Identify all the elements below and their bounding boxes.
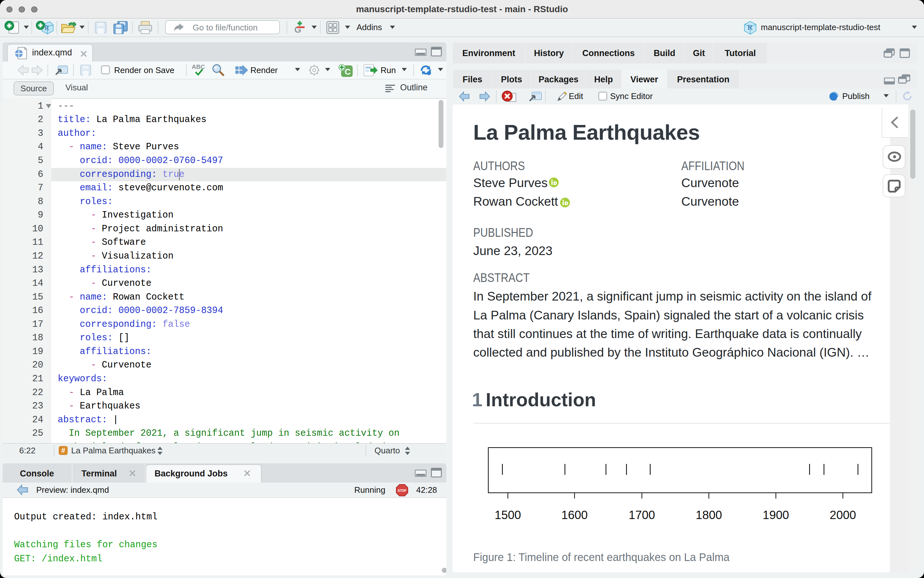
svg-text:1500: 1500 bbox=[495, 508, 521, 521]
svg-text:1900: 1900 bbox=[763, 508, 789, 521]
svg-text:C: C bbox=[345, 67, 351, 76]
svg-text:G: G bbox=[294, 25, 301, 35]
svg-text:R: R bbox=[45, 24, 49, 32]
svg-text:R: R bbox=[748, 23, 753, 31]
svg-text:1700: 1700 bbox=[629, 508, 655, 521]
svg-text:1800: 1800 bbox=[696, 508, 722, 521]
svg-text:1600: 1600 bbox=[561, 508, 588, 521]
svg-text:STOP: STOP bbox=[398, 489, 406, 492]
svg-text:2000: 2000 bbox=[830, 508, 856, 521]
